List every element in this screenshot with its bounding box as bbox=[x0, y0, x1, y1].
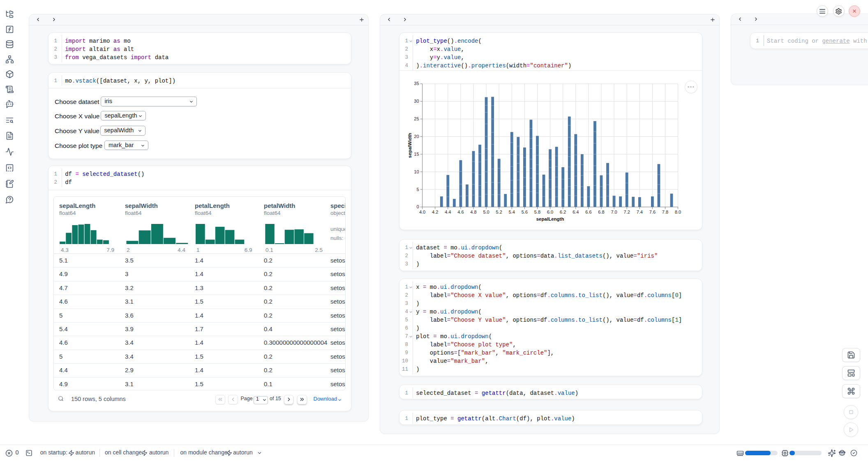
svg-text:sepalLength: sepalLength bbox=[536, 216, 564, 221]
svg-text:sepalWidth: sepalWidth bbox=[407, 133, 412, 158]
svg-text:6.6: 6.6 bbox=[585, 210, 591, 214]
svg-text:4.8: 4.8 bbox=[470, 210, 476, 214]
svg-text:30: 30 bbox=[414, 99, 419, 104]
svg-text:8.0: 8.0 bbox=[675, 210, 681, 214]
svg-text:0: 0 bbox=[416, 204, 419, 209]
svg-text:35: 35 bbox=[414, 81, 419, 86]
svg-text:4.0: 4.0 bbox=[419, 210, 425, 214]
svg-text:6.8: 6.8 bbox=[598, 210, 604, 214]
svg-text:4.2: 4.2 bbox=[432, 210, 438, 214]
svg-text:5.6: 5.6 bbox=[522, 210, 528, 214]
svg-text:4.6: 4.6 bbox=[457, 210, 464, 214]
svg-text:5.0: 5.0 bbox=[483, 210, 489, 214]
svg-text:25: 25 bbox=[414, 116, 419, 121]
svg-text:20: 20 bbox=[414, 134, 419, 138]
svg-text:4.4: 4.4 bbox=[445, 210, 451, 214]
svg-text:6.0: 6.0 bbox=[547, 210, 553, 214]
svg-text:6.2: 6.2 bbox=[560, 210, 566, 214]
svg-text:7.8: 7.8 bbox=[662, 210, 668, 214]
svg-text:5.2: 5.2 bbox=[496, 210, 502, 214]
svg-text:6.4: 6.4 bbox=[573, 210, 579, 214]
svg-text:7.4: 7.4 bbox=[637, 210, 643, 214]
svg-text:5.8: 5.8 bbox=[534, 210, 540, 214]
svg-text:7.2: 7.2 bbox=[624, 210, 630, 214]
svg-text:7.6: 7.6 bbox=[649, 210, 656, 214]
svg-text:5.4: 5.4 bbox=[509, 210, 515, 214]
svg-text:15: 15 bbox=[414, 151, 419, 156]
svg-text:7.0: 7.0 bbox=[611, 210, 617, 214]
svg-text:5: 5 bbox=[416, 187, 419, 191]
svg-text:10: 10 bbox=[414, 169, 419, 174]
